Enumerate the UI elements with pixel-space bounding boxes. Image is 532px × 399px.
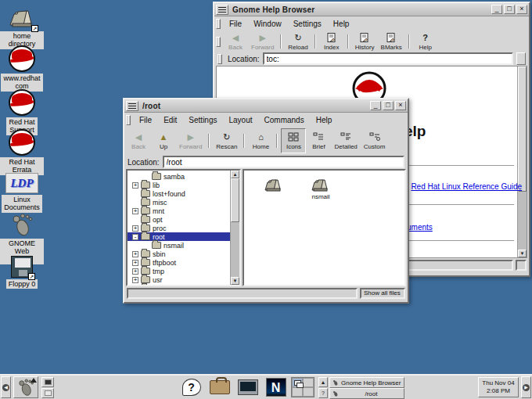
resize-grip[interactable] xyxy=(516,260,527,271)
expander-icon[interactable]: + xyxy=(132,208,138,214)
folder-icon xyxy=(152,242,161,249)
clock-applet[interactable]: Thu Nov 04 2:08 PM xyxy=(478,377,519,397)
menu-file[interactable]: File xyxy=(224,18,247,30)
panel-applet-top-button[interactable] xyxy=(41,377,54,387)
forward-button[interactable]: ▶ Forward xyxy=(248,32,277,52)
terminal-launcher[interactable] xyxy=(235,376,261,398)
location-dropdown-button[interactable] xyxy=(516,52,526,65)
scrollbar-thumb[interactable] xyxy=(518,66,527,192)
brief-view-button[interactable]: Brief xyxy=(306,128,331,153)
menu-layout[interactable]: Layout xyxy=(224,114,258,126)
desktop-icon-redhat-errata[interactable]: Red Hat Errata xyxy=(0,129,44,175)
help-button[interactable]: ? Help xyxy=(413,32,438,52)
expander-icon[interactable]: + xyxy=(132,182,138,189)
terminal-icon xyxy=(238,379,258,395)
location-input[interactable] xyxy=(263,52,513,65)
history-button[interactable]: History xyxy=(352,32,378,52)
menu-help[interactable]: Help xyxy=(311,114,338,126)
help-title-bar[interactable]: Gnome Help Browser _ □ × xyxy=(214,3,529,16)
pager-desk-3[interactable] xyxy=(292,387,303,397)
window-menu-icon[interactable] xyxy=(126,101,138,111)
close-button[interactable]: × xyxy=(516,5,527,14)
tree-item-var[interactable]: +var xyxy=(128,284,230,285)
back-button[interactable]: ◀ Back xyxy=(126,128,151,153)
scroll-up-icon[interactable]: ▲ xyxy=(231,171,239,178)
maximize-button[interactable]: □ xyxy=(504,5,515,14)
menu-window[interactable]: Window xyxy=(248,18,287,30)
location-input[interactable] xyxy=(163,156,404,168)
file-item-nsmail[interactable]: nsmail xyxy=(302,177,340,200)
minimize-button[interactable]: _ xyxy=(491,5,502,14)
pager-desk-2[interactable] xyxy=(303,378,314,387)
tree-item-root-selected[interactable]: -root xyxy=(128,232,230,241)
expander-icon[interactable]: - xyxy=(132,234,138,240)
maximize-button[interactable]: □ xyxy=(383,101,394,110)
panel-hide-left-button[interactable]: ◀ xyxy=(1,376,11,398)
panel-hide-right-button[interactable]: ▶ xyxy=(521,376,531,398)
shortcut-arrow-icon: ↗ xyxy=(28,273,35,280)
desktop-icon-linux-documents[interactable]: LDP Linux Documents xyxy=(0,173,44,213)
file-item-folder[interactable] xyxy=(255,177,293,193)
menu-settings[interactable]: Settings xyxy=(183,114,222,126)
tasklist-handle[interactable]: ? xyxy=(318,388,328,398)
scroll-down-icon[interactable]: ▼ xyxy=(518,250,527,257)
pager-grid[interactable] xyxy=(291,377,315,397)
expander-icon[interactable]: + xyxy=(132,268,138,275)
toolbar-grip[interactable] xyxy=(216,37,221,47)
reload-button[interactable]: ↻ Reload xyxy=(285,32,311,52)
expander-icon[interactable]: + xyxy=(132,251,138,257)
menu-settings[interactable]: Settings xyxy=(288,18,327,30)
location-label: Location: xyxy=(228,55,260,63)
detailed-view-button[interactable]: Detailed xyxy=(331,128,360,153)
task-button-help-browser[interactable]: Gnome Help Browser xyxy=(329,377,404,388)
home-button[interactable]: ⌂ Home xyxy=(248,128,273,153)
desktop-icon-redhat-support[interactable]: Red Hat Support xyxy=(0,89,44,135)
pager-desk-4[interactable] xyxy=(303,387,314,397)
help-vertical-scrollbar[interactable]: ▼ xyxy=(517,66,527,257)
index-button[interactable]: Index xyxy=(319,32,344,52)
expander-icon[interactable]: + xyxy=(132,260,138,266)
directory-tree-panel: samba +lib lost+found misc +mnt opt +pro… xyxy=(126,169,241,286)
minimize-button[interactable]: _ xyxy=(370,101,381,110)
help-toolbar: ◀ Back ▶ Forward ↻ Reload Index History xyxy=(214,31,529,52)
toolbar-separator xyxy=(243,134,245,148)
expander-icon[interactable]: + xyxy=(132,225,138,232)
desktop-icon-floppy-0[interactable]: ↗ Floppy 0 xyxy=(0,256,44,289)
menu-commands[interactable]: Commands xyxy=(259,114,310,126)
panel-applet-bottom-button[interactable] xyxy=(41,388,54,398)
netscape-launcher[interactable]: N xyxy=(263,376,289,398)
scroll-down-icon[interactable]: ▼ xyxy=(231,277,239,285)
help-launcher[interactable]: ? xyxy=(178,376,204,398)
close-button[interactable]: × xyxy=(395,101,406,110)
up-button[interactable]: ▲ Up xyxy=(151,128,176,153)
menu-help[interactable]: Help xyxy=(328,18,355,30)
screen-icon xyxy=(45,390,52,396)
gnome-panel: ◀ ? N ▲ ? xyxy=(0,374,532,399)
scrollbar-thumb[interactable] xyxy=(231,178,239,222)
menu-edit[interactable]: Edit xyxy=(158,114,182,126)
forward-button[interactable]: ▶ Forward xyxy=(176,128,205,153)
tree-vertical-scrollbar[interactable]: ▲ ▼ xyxy=(230,171,239,285)
desktop-icon-home-directory[interactable]: ↗ home directory xyxy=(0,6,44,49)
window-menu-icon[interactable] xyxy=(216,5,228,15)
icons-view-button[interactable]: Icons xyxy=(281,128,306,153)
rescan-button[interactable]: ↻ Rescan xyxy=(213,128,240,153)
fm-title-bar[interactable]: /root _ □ × xyxy=(124,99,408,113)
config-tool-launcher[interactable] xyxy=(207,376,232,398)
expander-icon[interactable]: + xyxy=(132,277,138,283)
pager-desk-1-active[interactable] xyxy=(292,378,303,387)
menubar-grip[interactable] xyxy=(126,115,131,125)
custom-view-button[interactable]: Custom xyxy=(361,128,389,153)
main-menu-button[interactable] xyxy=(13,376,38,398)
back-button[interactable]: ◀ Back xyxy=(223,32,248,52)
desktop-icon-redhat-com[interactable]: www.redhat com xyxy=(0,45,44,92)
menubar-grip[interactable] xyxy=(216,19,221,29)
history-icon xyxy=(360,33,369,43)
menu-file[interactable]: File xyxy=(134,114,157,126)
task-button-root[interactable]: /root xyxy=(329,388,404,399)
tasklist-arrow-button[interactable]: ▲ xyxy=(318,377,328,387)
location-grip[interactable] xyxy=(217,54,222,64)
desk-guide-pager[interactable] xyxy=(291,376,315,398)
bmarks-button[interactable]: BMarks xyxy=(378,32,405,52)
reference-guide-link[interactable]: Red Hat Linux Reference Guide xyxy=(411,182,522,191)
